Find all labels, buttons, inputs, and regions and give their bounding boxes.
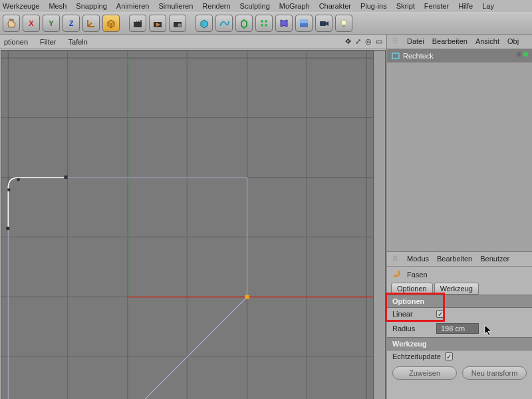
realtime-checkbox[interactable]: ✓: [445, 352, 453, 360]
obj-menu-item[interactable]: Bearbeiten: [432, 37, 467, 46]
menu-item[interactable]: Lay: [482, 2, 494, 10]
attribute-manager-menu: ⠿ Modus Bearbeiten Benutzer: [387, 252, 532, 267]
svg-point-5: [261, 20, 263, 23]
clapboard-icon[interactable]: [129, 15, 146, 32]
vertex-point: [6, 227, 9, 230]
spline-icon[interactable]: [215, 15, 233, 32]
cube-primitive-icon[interactable]: [102, 15, 120, 32]
vmenu-item[interactable]: Tafeln: [68, 38, 88, 46]
linear-checkbox[interactable]: ✓: [436, 310, 444, 318]
spline-curve: [8, 178, 66, 229]
tangent-point: [7, 188, 10, 191]
object-manager-menu: ⠿ Datei Bearbeiten Ansicht Obj: [387, 35, 532, 49]
axis-z-button[interactable]: Z: [63, 15, 80, 32]
section-tool: Werkzeug: [387, 337, 532, 350]
viewport-panel: ptionen Filter Tafeln ✥ ⤢ ◎ ▭: [0, 35, 387, 399]
bevel-tool-icon: [392, 269, 403, 280]
attr-menu-item[interactable]: Modus: [407, 255, 429, 263]
prop-realtime: Echtzeitupdate ✓: [387, 350, 532, 362]
vmenu-item[interactable]: Filter: [40, 38, 56, 46]
viewport-canvas: [1, 51, 385, 399]
linear-label: Linear: [392, 310, 432, 318]
radius-label: Radius: [392, 325, 432, 332]
zoom-icon[interactable]: ⤢: [355, 37, 361, 46]
menu-item[interactable]: Hilfe: [458, 2, 473, 10]
camera-icon[interactable]: [315, 15, 332, 32]
svg-rect-9: [300, 23, 308, 27]
pan-icon[interactable]: ✥: [345, 37, 351, 46]
attr-menu-item[interactable]: Bearbeiten: [437, 255, 472, 263]
render-icon[interactable]: [149, 15, 166, 32]
svg-rect-11: [320, 21, 326, 26]
obj-menu-item[interactable]: Ansicht: [475, 37, 499, 46]
menu-item[interactable]: Mesh: [49, 2, 66, 10]
object-name-label: Rechteck: [403, 52, 434, 60]
array-icon[interactable]: [255, 15, 273, 32]
generator-icon[interactable]: [235, 15, 253, 32]
menu-item[interactable]: Simulieren: [158, 2, 193, 10]
realtime-label: Echtzeitupdate: [392, 352, 441, 360]
object-row[interactable]: Rechteck: [387, 49, 532, 63]
cube-blue-icon[interactable]: [196, 15, 213, 32]
tab-tool[interactable]: Werkzeug: [434, 283, 479, 295]
assign-button[interactable]: Zuweisen: [392, 366, 457, 380]
vmenu-item[interactable]: ptionen: [4, 38, 28, 46]
maximize-icon[interactable]: ▭: [376, 37, 382, 46]
object-manager-list[interactable]: Rechteck: [387, 49, 532, 252]
3d-viewport[interactable]: [1, 50, 386, 399]
radius-value-field[interactable]: 198 cm: [436, 323, 479, 334]
rectangle-spline-icon: [391, 51, 400, 61]
tangent-point: [17, 178, 20, 181]
menu-item[interactable]: MoGraph: [279, 2, 310, 10]
attr-menu-item[interactable]: Benutzer: [480, 255, 509, 263]
environment-icon[interactable]: [295, 15, 313, 32]
main-menu-bar: Werkzeuge Mesh Snapping Animieren Simuli…: [0, 0, 532, 12]
tab-options[interactable]: Optionen: [391, 283, 433, 295]
light-icon[interactable]: [335, 15, 352, 32]
svg-point-4: [178, 23, 182, 27]
vertex-handle[interactable]: [245, 295, 249, 299]
object-visibility-dots[interactable]: [517, 52, 528, 57]
svg-rect-13: [342, 25, 345, 27]
panel-grip-icon[interactable]: ⠿: [392, 255, 399, 263]
tool-name-label: Fasen: [407, 271, 428, 279]
svg-rect-0: [134, 22, 142, 27]
menu-item[interactable]: Fenster: [424, 2, 449, 10]
tool-header: Fasen: [387, 267, 532, 283]
obj-menu-item[interactable]: Datei: [407, 37, 424, 46]
menu-item[interactable]: Rendern: [202, 2, 230, 10]
svg-rect-10: [300, 19, 308, 23]
menu-item[interactable]: Snapping: [76, 2, 107, 10]
vertex-point: [64, 176, 67, 179]
coord-system-icon[interactable]: [82, 15, 100, 32]
svg-point-7: [261, 24, 263, 27]
viewport-scrollbar[interactable]: [373, 51, 385, 399]
menu-item[interactable]: Werkzeuge: [3, 2, 39, 10]
menu-item[interactable]: Animieren: [116, 2, 150, 10]
render-settings-icon[interactable]: [169, 15, 186, 32]
menu-item[interactable]: Charakter: [319, 2, 351, 10]
prop-radius: Radius 198 cm: [387, 320, 532, 337]
svg-point-6: [265, 20, 267, 23]
panel-grip-icon[interactable]: ⠿: [392, 37, 399, 46]
attribute-tabs: Optionen Werkzeug: [387, 283, 532, 295]
axis-y-button[interactable]: Y: [43, 15, 60, 32]
prop-linear: Linear ✓: [387, 308, 532, 320]
menu-item[interactable]: Skript: [396, 2, 415, 10]
svg-rect-28: [392, 53, 399, 59]
svg-point-8: [265, 24, 267, 27]
deformer-icon[interactable]: [275, 15, 293, 32]
mouse-cursor-icon: [484, 325, 493, 338]
hand-tool-icon[interactable]: [3, 15, 20, 32]
new-transform-button[interactable]: Neu transform: [462, 366, 527, 380]
svg-point-12: [341, 20, 346, 25]
main-toolbar: X Y Z: [0, 12, 532, 35]
axis-x-button[interactable]: X: [23, 15, 40, 32]
menu-item[interactable]: Plug-ins: [360, 2, 387, 10]
section-options: Optionen: [387, 295, 532, 308]
obj-menu-item[interactable]: Obj: [507, 37, 519, 46]
viewport-menu: ptionen Filter Tafeln ✥ ⤢ ◎ ▭: [0, 35, 386, 49]
orbit-icon[interactable]: ◎: [365, 37, 372, 46]
menu-item[interactable]: Sculpting: [240, 2, 270, 10]
